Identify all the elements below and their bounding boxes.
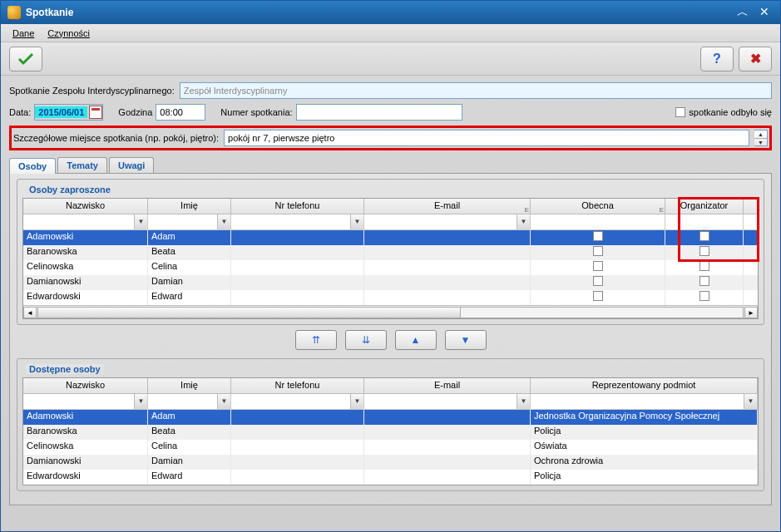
filter-org[interactable] [665, 214, 744, 229]
meeting-number-field[interactable] [296, 104, 462, 121]
filter-imie[interactable]: ▼ [148, 214, 231, 229]
cell-obecna[interactable] [531, 260, 665, 275]
chevron-down-icon[interactable]: ▼ [744, 394, 757, 409]
location-spinner[interactable]: ▲▼ [754, 130, 768, 146]
col2-imie[interactable]: Imię [148, 378, 231, 393]
tab-tematy[interactable]: Tematy [57, 157, 107, 173]
chevron-down-icon[interactable]: ▼ [134, 394, 147, 409]
col-nr-telefonu[interactable]: Nr telefonu [231, 199, 364, 214]
col2-email[interactable]: E-mail [364, 378, 531, 393]
organizator-checkbox[interactable] [699, 261, 709, 271]
collapse-button[interactable]: ︿ [734, 5, 752, 20]
organizator-checkbox[interactable] [699, 291, 709, 301]
table-row[interactable]: AdamowskiAdam [23, 230, 758, 245]
cell-rep: Policja [531, 470, 758, 485]
cell-obecna[interactable] [531, 290, 665, 305]
table-row[interactable]: CelinowskaCelinaOświata [23, 440, 758, 455]
scroll-left-icon[interactable]: ◄ [23, 307, 37, 318]
cancel-button[interactable]: ✖ [739, 47, 772, 71]
chevron-down-icon[interactable]: ▼ [517, 394, 530, 409]
tab-uwagi[interactable]: Uwagi [109, 157, 154, 173]
move-all-up-button[interactable]: ⇈ [295, 330, 337, 350]
chevron-down-icon[interactable]: ▼ [350, 394, 363, 409]
move-down-button[interactable]: ▼ [445, 330, 487, 350]
cell-organizator[interactable] [665, 245, 744, 260]
col-imie[interactable]: Imię [148, 199, 231, 214]
table-row[interactable]: CelinowskaCelina [23, 260, 758, 275]
organizator-checkbox[interactable] [699, 276, 709, 286]
confirm-button[interactable] [9, 47, 42, 71]
cell-imie: Damian [148, 275, 231, 290]
close-window-button[interactable]: ✕ [755, 5, 774, 20]
filter2-rep[interactable]: ▼ [531, 394, 758, 409]
table-row[interactable]: EdwardowskiEdward [23, 290, 758, 305]
cell-email [364, 275, 531, 290]
col-nazwisko[interactable]: Nazwisko [23, 199, 148, 214]
title-bar: Spotkanie ︿ ✕ [1, 1, 780, 24]
col-email[interactable]: E-mailE [364, 199, 531, 214]
menu-czynnosci[interactable]: Czynności [41, 28, 96, 38]
tab-panel-osoby: Osoby zaproszone Nazwisko Imię Nr telefo… [9, 173, 772, 505]
filter-email[interactable]: ▼ [364, 214, 531, 229]
menu-dane[interactable]: Dane [6, 28, 41, 38]
filter-nazwisko[interactable]: ▼ [23, 214, 148, 229]
meeting-held-checkbox[interactable] [675, 107, 685, 117]
table-row[interactable]: EdwardowskiEdwardPolicja [23, 470, 758, 485]
cell-organizator[interactable] [665, 275, 744, 290]
chevron-down-icon[interactable]: ▼ [517, 214, 530, 229]
organizator-checkbox[interactable] [699, 246, 709, 256]
date-label: Data: [9, 107, 31, 117]
help-button[interactable]: ? [700, 47, 734, 71]
cell-nazwisko: Edwardowski [23, 470, 148, 485]
col2-tel[interactable]: Nr telefonu [231, 378, 364, 393]
cell-obecna[interactable] [531, 275, 665, 290]
col-obecna[interactable]: ObecnaE [531, 199, 665, 214]
obecna-checkbox[interactable] [593, 231, 603, 241]
chevron-down-icon[interactable]: ▼ [350, 214, 363, 229]
obecna-checkbox[interactable] [593, 276, 603, 286]
cell-obecna[interactable] [531, 230, 665, 245]
table-row[interactable]: AdamowskiAdamJednostka Organizacyjna Pom… [23, 410, 758, 425]
calendar-icon[interactable] [89, 106, 102, 119]
team-field[interactable] [180, 82, 772, 99]
obecna-checkbox[interactable] [593, 246, 603, 256]
filter2-imie[interactable]: ▼ [148, 394, 231, 409]
cell-rep: Policja [531, 425, 758, 440]
col2-rep[interactable]: Reprezentowany podmiot [531, 378, 758, 393]
cell-nazwisko: Baranowska [23, 245, 148, 260]
filter2-email[interactable]: ▼ [364, 394, 531, 409]
time-field[interactable] [156, 104, 205, 121]
table-row[interactable]: DamianowskiDamianOchrona zdrowia [23, 455, 758, 470]
cell-obecna[interactable] [531, 245, 665, 260]
chevron-down-icon[interactable]: ▼ [217, 394, 230, 409]
invited-hscroll[interactable]: ◄ ► [23, 305, 758, 318]
date-field[interactable]: 2015/06/01 [35, 106, 87, 118]
cell-organizator[interactable] [665, 290, 744, 305]
cell-organizator[interactable] [665, 260, 744, 275]
table-row[interactable]: BaranowskaBeata [23, 245, 758, 260]
location-field[interactable] [224, 130, 749, 146]
obecna-checkbox[interactable] [593, 261, 603, 271]
organizator-checkbox[interactable] [699, 231, 709, 241]
col-organizator[interactable]: Organizator [665, 199, 744, 214]
cell-organizator[interactable] [665, 230, 744, 245]
filter-obecna[interactable] [531, 214, 665, 229]
filter-tel[interactable]: ▼ [231, 214, 364, 229]
obecna-checkbox[interactable] [593, 291, 603, 301]
scroll-right-icon[interactable]: ► [744, 307, 758, 318]
double-up-icon: ⇈ [312, 334, 320, 346]
filter2-tel[interactable]: ▼ [231, 394, 364, 409]
move-all-down-button[interactable]: ⇊ [345, 330, 387, 350]
move-up-button[interactable]: ▲ [395, 330, 437, 350]
col2-nazwisko[interactable]: Nazwisko [23, 378, 148, 393]
chevron-down-icon[interactable]: ▼ [217, 214, 230, 229]
chevron-down-icon[interactable]: ▼ [134, 214, 147, 229]
filter2-nazwisko[interactable]: ▼ [23, 394, 148, 409]
invited-group: Osoby zaproszone Nazwisko Imię Nr telefo… [17, 179, 764, 325]
available-grid: Nazwisko Imię Nr telefonu E-mail Repreze… [22, 377, 759, 485]
table-row[interactable]: DamianowskiDamian [23, 275, 758, 290]
tab-osoby[interactable]: Osoby [9, 158, 56, 174]
table-row[interactable]: BaranowskaBeataPolicja [23, 425, 758, 440]
cell-imie: Celina [148, 260, 231, 275]
team-label: Spotkanie Zespołu Interdyscyplinarnego: [9, 86, 175, 96]
